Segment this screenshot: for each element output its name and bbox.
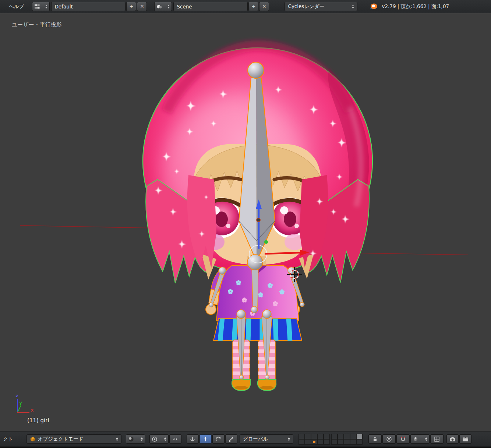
translate-arrow-icon xyxy=(202,436,208,442)
rotate-arc-icon xyxy=(215,436,221,442)
magnet-icon xyxy=(400,436,406,442)
viewport-canvas[interactable] xyxy=(0,13,491,431)
dropdown-arrows-icon xyxy=(285,437,290,441)
layer-toggle[interactable] xyxy=(350,439,356,445)
opengl-render-anim-button[interactable] xyxy=(459,434,471,444)
view-mode-label: ユーザー・平行投影 xyxy=(12,21,62,28)
delete-scene-button[interactable]: ✕ xyxy=(259,2,269,11)
grid-target-icon xyxy=(434,436,440,442)
layer-toggle[interactable] xyxy=(324,439,330,445)
dropdown-arrows-icon xyxy=(349,5,354,8)
screen-layout-selector[interactable]: Default xyxy=(51,2,126,11)
layer-toggle[interactable] xyxy=(317,439,324,445)
align-arrows-icon xyxy=(172,436,178,442)
gizmo-y-label: y xyxy=(19,400,22,405)
render-engine-selector[interactable]: Cyclesレンダー xyxy=(285,2,357,11)
clipped-object-menu[interactable]: クト xyxy=(0,436,16,442)
layer-toggle[interactable] xyxy=(350,434,356,439)
add-scene-button[interactable]: + xyxy=(248,2,258,11)
layer-toggle[interactable] xyxy=(331,434,338,439)
layer-toggle[interactable] xyxy=(324,434,330,439)
orientation-name: グローバル xyxy=(243,436,268,442)
lock-icon xyxy=(372,436,378,442)
dropdown-arrows-icon xyxy=(138,437,143,441)
layer-toggle-pressed[interactable] xyxy=(356,434,363,439)
screen-layout-name: Default xyxy=(54,4,73,10)
object-origin-dot xyxy=(257,218,260,222)
editor-layout-icon xyxy=(34,4,40,9)
add-layout-button[interactable]: + xyxy=(126,2,136,11)
viewport-3d[interactable]: ユーザー・平行投影 (11) girl z y x xyxy=(0,13,491,431)
manipulator-x-arrow[interactable] xyxy=(265,253,300,254)
layer-toggle[interactable] xyxy=(344,439,350,445)
layer-toggle[interactable] xyxy=(344,434,350,439)
layer-toggle[interactable] xyxy=(356,439,363,445)
layer-toggle[interactable] xyxy=(331,439,338,445)
window-bottom-edge xyxy=(0,447,491,448)
snap-element-icon xyxy=(413,436,418,442)
dropdown-arrows-icon xyxy=(42,5,47,8)
clapperboard-icon xyxy=(462,437,469,442)
lock-to-scene-button[interactable] xyxy=(368,434,382,444)
blender-logo-icon xyxy=(368,3,378,11)
rotate-manipulator-button[interactable] xyxy=(212,434,225,444)
help-menu[interactable]: ヘルプ xyxy=(6,3,27,10)
delete-layout-button[interactable]: ✕ xyxy=(137,2,147,11)
layer-toggle[interactable] xyxy=(305,434,311,439)
pivot-align-toggle[interactable] xyxy=(169,434,181,444)
top-header-bar: ヘルプ Default + ✕ Scene + ✕ Cyclesレンダー v2.… xyxy=(0,0,491,13)
layer-toggle[interactable] xyxy=(305,439,311,445)
axis-tripod-icon xyxy=(190,436,195,442)
object-mode-cube-icon xyxy=(30,436,36,442)
gizmo-z-label: z xyxy=(15,393,18,398)
scene-statistics: v2.79 | 頂点:1,662 | 面:1,07 xyxy=(382,3,491,10)
transform-orientation-selector[interactable]: グローバル xyxy=(240,434,293,444)
layer-buttons-group-2 xyxy=(331,434,363,445)
scene-icon xyxy=(156,4,162,9)
viewport-header-bar: クト オブジェクトモード xyxy=(0,431,491,447)
layer-toggle[interactable] xyxy=(338,434,344,439)
viewport-shading-selector[interactable] xyxy=(126,434,145,444)
scene-name: Scene xyxy=(177,4,192,10)
dropdown-arrows-icon xyxy=(165,5,170,8)
editor-type-button[interactable] xyxy=(32,2,50,11)
gizmo-x-label: x xyxy=(31,408,34,413)
dropdown-arrows-icon xyxy=(113,437,118,441)
scale-arrow-icon xyxy=(228,436,234,442)
translate-manipulator-button[interactable] xyxy=(199,434,212,444)
manipulator-toggle-button[interactable] xyxy=(187,434,199,444)
shading-sphere-icon xyxy=(128,436,134,442)
layer-toggle[interactable] xyxy=(317,434,324,439)
pivot-point-selector[interactable] xyxy=(149,434,169,444)
mode-selector[interactable]: オブジェクトモード xyxy=(27,434,121,444)
dropdown-arrows-icon xyxy=(161,437,166,441)
layer-toggle[interactable] xyxy=(311,434,317,439)
active-object-label: (11) girl xyxy=(27,417,49,424)
layer-toggle[interactable] xyxy=(338,439,344,445)
scale-manipulator-button[interactable] xyxy=(225,434,237,444)
camera-icon xyxy=(449,437,456,442)
snap-target-button[interactable] xyxy=(430,434,444,444)
snap-element-selector[interactable] xyxy=(410,434,430,444)
scene-selector[interactable]: Scene xyxy=(173,2,248,11)
opengl-render-image-button[interactable] xyxy=(446,434,459,444)
pivot-point-icon xyxy=(152,436,158,442)
proportional-editing-button[interactable] xyxy=(382,434,396,444)
dropdown-arrows-icon xyxy=(422,437,427,441)
layer-toggle[interactable] xyxy=(299,439,305,445)
proportional-circle-icon xyxy=(386,436,392,442)
green-marker-dot xyxy=(264,240,268,244)
layer-toggle[interactable] xyxy=(299,434,305,439)
layer-buttons-group-1 xyxy=(299,434,330,445)
scene-browse-button[interactable] xyxy=(154,2,172,11)
render-engine-name: Cyclesレンダー xyxy=(288,3,324,10)
snap-toggle-button[interactable] xyxy=(396,434,410,444)
mode-name: オブジェクトモード xyxy=(38,436,84,442)
layer-toggle-active[interactable] xyxy=(311,439,317,445)
